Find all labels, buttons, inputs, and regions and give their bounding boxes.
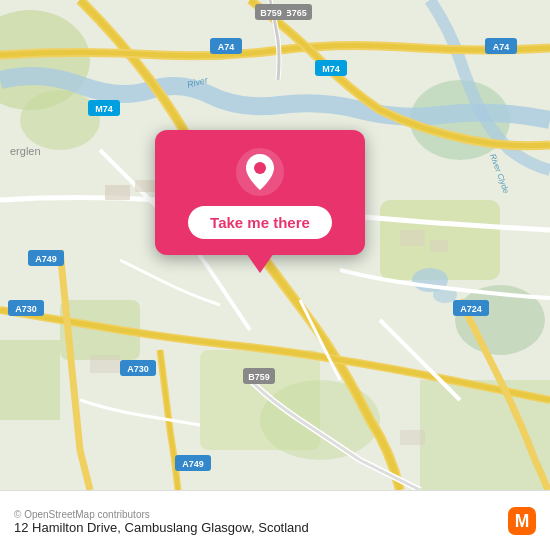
svg-text:B759: B759 <box>248 372 270 382</box>
svg-rect-44 <box>430 240 448 252</box>
bottom-bar: © OpenStreetMap contributors 12 Hamilton… <box>0 490 550 550</box>
popup-card: Take me there <box>155 130 365 255</box>
svg-text:M74: M74 <box>322 64 340 74</box>
svg-rect-43 <box>400 230 425 246</box>
svg-text:A749: A749 <box>182 459 204 469</box>
take-me-there-button[interactable]: Take me there <box>188 206 332 239</box>
map-container: A74 A74 B765 M74 M74 A730 A730 A749 A749… <box>0 0 550 490</box>
svg-text:A724: A724 <box>460 304 482 314</box>
copyright-text: © OpenStreetMap contributors <box>14 509 309 520</box>
location-pin-icon <box>236 148 284 196</box>
svg-text:B759: B759 <box>260 8 282 18</box>
address-text: 12 Hamilton Drive, Cambuslang Glasgow, S… <box>14 520 309 535</box>
svg-text:M74: M74 <box>95 104 113 114</box>
svg-text:A74: A74 <box>218 42 235 52</box>
address-section: © OpenStreetMap contributors 12 Hamilton… <box>14 507 309 535</box>
svg-point-2 <box>20 90 100 150</box>
svg-text:A730: A730 <box>15 304 37 314</box>
svg-point-7 <box>260 380 380 460</box>
svg-text:A74: A74 <box>493 42 510 52</box>
moovit-logo: M <box>508 507 536 535</box>
svg-point-48 <box>254 162 266 174</box>
svg-text:erglen: erglen <box>10 145 41 157</box>
moovit-icon: M <box>508 507 536 535</box>
svg-rect-8 <box>0 340 60 420</box>
svg-rect-45 <box>90 355 120 373</box>
svg-text:M: M <box>515 511 530 531</box>
svg-rect-40 <box>105 185 130 200</box>
svg-rect-46 <box>400 430 425 445</box>
svg-text:B765: B765 <box>285 8 307 18</box>
svg-text:A749: A749 <box>35 254 57 264</box>
svg-rect-41 <box>135 180 155 192</box>
svg-text:A730: A730 <box>127 364 149 374</box>
